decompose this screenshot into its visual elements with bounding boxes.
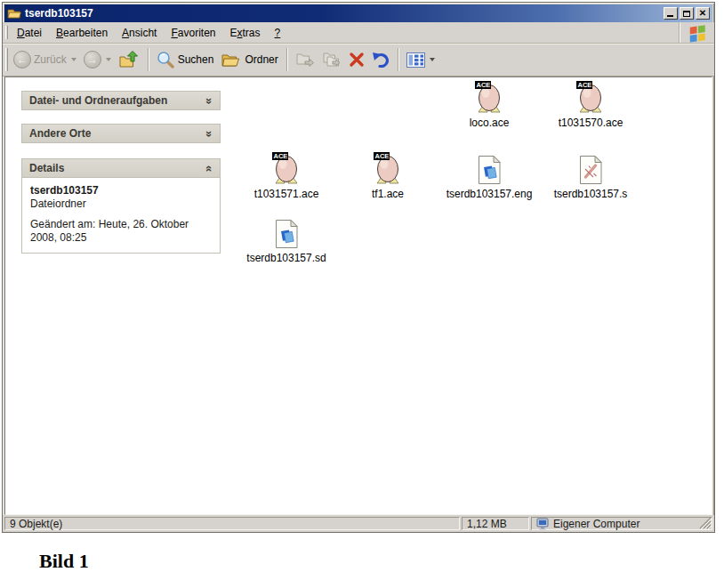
back-icon: ← <box>13 51 31 68</box>
up-button[interactable] <box>115 48 143 71</box>
menu-bearbeiten[interactable]: Bearbeiten <box>49 24 115 42</box>
details-folder-type: Dateiordner <box>30 197 212 210</box>
panel-other-places-header[interactable]: Andere Orte » <box>21 124 221 143</box>
my-computer-icon <box>536 518 550 530</box>
forward-button[interactable]: → <box>80 49 115 70</box>
winace-archive-icon: ACE <box>338 151 438 185</box>
details-body: tserdb103157 Dateiordner Geändert am: He… <box>21 178 221 254</box>
panel-other-places: Andere Orte » <box>21 124 221 143</box>
resize-grip-icon[interactable] <box>699 517 712 529</box>
generic-document-icon <box>439 151 539 185</box>
undo-icon <box>372 52 390 68</box>
svg-text:ACE: ACE <box>274 152 288 160</box>
close-icon: ✕ <box>699 9 706 18</box>
maximize-button[interactable] <box>680 7 694 20</box>
search-button[interactable]: Suchen <box>153 49 218 70</box>
back-dropdown-icon <box>71 58 76 61</box>
svg-text:ACE: ACE <box>578 81 592 89</box>
status-object-count: 9 Objekt(e) <box>4 517 460 530</box>
file-t1031571-ace[interactable]: ACE t1031571.ace <box>237 151 336 200</box>
panel-file-tasks: Datei- und Ordneraufgaben » <box>21 91 221 110</box>
move-to-button[interactable] <box>292 50 318 69</box>
title-bar[interactable]: tserdb103157 ✕ <box>4 4 712 22</box>
file-label: t1031571.ace <box>237 188 336 200</box>
winace-archive-icon: ACE <box>541 80 640 114</box>
figure-caption: Bild 1 <box>39 550 89 573</box>
windows-logo-icon <box>688 23 707 43</box>
views-button[interactable] <box>403 51 438 69</box>
folders-icon <box>221 52 242 68</box>
menu-hilfe[interactable]: ? <box>268 24 288 42</box>
file-tf1-ace[interactable]: ACE tf1.ace <box>338 151 438 200</box>
file-label: tserdb103157.s <box>541 188 640 200</box>
status-total-size: 1,12 MB <box>462 517 529 530</box>
move-to-icon <box>295 52 315 68</box>
views-dropdown-icon <box>430 58 435 61</box>
panel-file-tasks-header[interactable]: Datei- und Ordneraufgaben » <box>21 91 221 110</box>
windows-logo-box <box>679 22 714 43</box>
status-bar: 9 Objekt(e) 1,12 MB Eigener Computer <box>3 515 714 532</box>
chevron-down-icon: » <box>203 97 216 103</box>
svg-text:ACE: ACE <box>477 81 491 89</box>
menu-datei[interactable]: Datei <box>10 24 49 42</box>
svg-text:ACE: ACE <box>375 152 390 160</box>
file-label: tserdb103157.sd <box>237 252 336 264</box>
winace-archive-icon: ACE <box>439 80 539 114</box>
minimize-icon <box>667 15 673 17</box>
search-icon <box>157 51 175 68</box>
toolbar-separator <box>148 48 149 71</box>
menu-ansicht[interactable]: Ansicht <box>115 24 164 42</box>
folders-button[interactable]: Ordner <box>217 50 281 70</box>
menubar-grip[interactable] <box>5 26 8 39</box>
file-loco-ace[interactable]: ACE loco.ace <box>439 80 539 129</box>
forward-dropdown-icon <box>106 58 111 61</box>
toolbar: ← Zurück → Suchen <box>3 44 714 77</box>
up-folder-icon <box>118 50 140 69</box>
toolbar-separator <box>286 48 287 71</box>
panel-details: Details « tserdb103157 Dateiordner Geänd… <box>21 158 221 254</box>
file-label: loco.ace <box>439 117 539 129</box>
status-zone: Eigener Computer <box>531 517 712 530</box>
status-zone-label: Eigener Computer <box>553 518 640 530</box>
file-tserdb103157-sd[interactable]: tserdb103157.sd <box>237 215 336 264</box>
file-tserdb103157-eng[interactable]: tserdb103157.eng <box>439 151 539 200</box>
forward-icon: → <box>84 51 101 68</box>
details-modified: Geändert am: Heute, 26. Oktober 2008, 08… <box>30 218 212 245</box>
maximize-icon <box>683 11 690 17</box>
annotated-document-icon <box>541 151 640 185</box>
delete-icon <box>349 52 365 68</box>
generic-document-icon <box>237 215 336 249</box>
copy-to-button[interactable] <box>318 50 345 69</box>
explorer-window: tserdb103157 ✕ Datei Bearbeiten Ansicht … <box>2 2 715 533</box>
details-folder-name: tserdb103157 <box>30 184 212 197</box>
file-label: tserdb103157.eng <box>439 188 539 200</box>
undo-button[interactable] <box>368 50 393 69</box>
minimize-button[interactable] <box>664 7 678 20</box>
menu-extras[interactable]: Extras <box>223 24 268 42</box>
delete-button[interactable] <box>345 50 368 69</box>
window-title: tserdb103157 <box>25 7 664 20</box>
panel-details-header[interactable]: Details « <box>21 158 221 178</box>
toolbar-separator <box>398 48 398 71</box>
copy-to-icon <box>322 52 342 68</box>
chevron-down-icon: » <box>203 130 216 136</box>
close-button[interactable]: ✕ <box>696 7 710 20</box>
file-tserdb103157-s[interactable]: tserdb103157.s <box>541 151 640 200</box>
file-label: t1031570.ace <box>541 117 640 129</box>
menu-items: Datei Bearbeiten Ansicht Favoriten Extra… <box>10 22 679 43</box>
back-button[interactable]: ← Zurück <box>10 49 80 70</box>
winace-archive-icon: ACE <box>237 151 336 185</box>
file-label: tf1.ace <box>338 188 438 200</box>
folder-view[interactable]: Datei- und Ordneraufgaben » Andere Orte … <box>4 77 712 515</box>
toolbar-grip[interactable] <box>5 48 8 71</box>
file-t1031570-ace[interactable]: ACE t1031570.ace <box>541 80 640 129</box>
views-icon <box>406 52 425 68</box>
chevron-up-icon: « <box>203 165 216 171</box>
menu-favoriten[interactable]: Favoriten <box>164 24 222 42</box>
menu-bar: Datei Bearbeiten Ansicht Favoriten Extra… <box>3 22 714 44</box>
open-folder-icon <box>7 7 21 20</box>
